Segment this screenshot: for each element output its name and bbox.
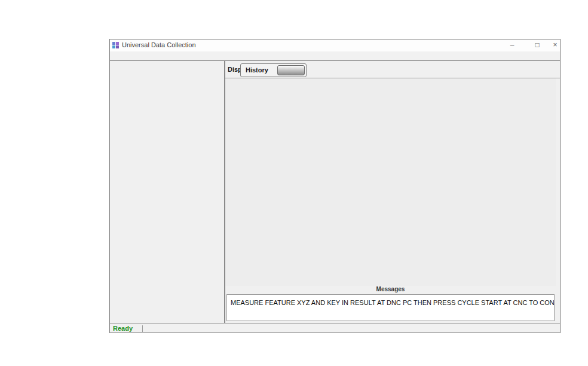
- data-grid: [225, 78, 556, 286]
- status-ready-text: Ready: [113, 325, 133, 332]
- header-info-panel: [110, 61, 224, 323]
- history-toggle[interactable]: History: [240, 63, 307, 77]
- status-bar: Ready: [110, 323, 560, 333]
- maximize-button[interactable]: □: [530, 39, 544, 50]
- minimize-button[interactable]: –: [505, 39, 519, 50]
- close-button[interactable]: ×: [548, 39, 562, 50]
- toggle-label: History: [246, 66, 268, 74]
- messages-label: Messages: [225, 286, 556, 294]
- status-divider: [142, 325, 143, 332]
- screenshot-canvas: Universal Data Collection – □ × Display …: [0, 0, 588, 366]
- toggle-knob-icon[interactable]: [277, 65, 305, 75]
- display-bar: Display History: [225, 61, 560, 78]
- app-icon: [112, 42, 119, 48]
- last-message-box: MEASURE FEATURE XYZ AND KEY IN RESULT AT…: [226, 294, 555, 321]
- window-title: Universal Data Collection: [122, 41, 196, 48]
- menu-bar: [110, 51, 560, 61]
